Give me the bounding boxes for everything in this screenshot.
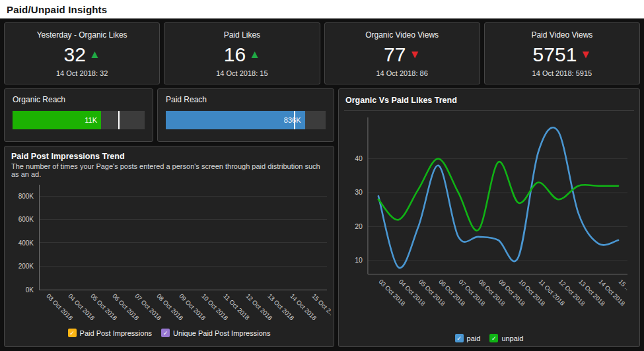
kpi-subtitle: 14 Oct 2018: 32 — [56, 69, 108, 77]
page-title: Paid/Unpaid Insights — [7, 4, 107, 15]
trend-down-icon: ▼ — [580, 49, 591, 60]
kpi-row: Yesterday - Organic Likes 32 ▲ 14 Oct 20… — [4, 22, 640, 84]
y-tick-label: 10 — [355, 257, 363, 264]
kpi-title: Paid Likes — [224, 30, 260, 40]
y-tick-label: 0K — [26, 286, 34, 294]
bar-plot-area — [39, 185, 327, 290]
line-chart-title: Organic Vs Paid Likes Trend — [345, 96, 633, 105]
legend-item-paid-post-impressions[interactable]: ✓ Paid Post Impressions — [68, 329, 152, 337]
gauge-value-label: 11K — [85, 116, 97, 124]
kpi-title: Organic Video Views — [365, 30, 439, 40]
organic-vs-paid-likes-panel: Organic Vs Paid Likes Trend 1020304003 O… — [338, 88, 640, 347]
line-chart-svg: 1020304003 Oct 201804 Oct 201805 Oct 201… — [344, 111, 634, 334]
line-chart: 1020304003 Oct 201804 Oct 201805 Oct 201… — [344, 111, 634, 334]
checkbox-checked-icon[interactable]: ✓ — [455, 334, 464, 342]
bar-legend: ✓ Paid Post Impressions ✓ Unique Paid Po… — [11, 329, 327, 337]
unpaid-line[interactable] — [378, 159, 618, 231]
page-header: Paid/Unpaid Insights — [0, 0, 644, 18]
trend-up-icon: ▲ — [249, 49, 260, 60]
gauge-track: 836K — [166, 111, 326, 129]
y-tick-label: 600K — [18, 216, 34, 223]
kpi-card-organic-likes: Yesterday - Organic Likes 32 ▲ 14 Oct 20… — [4, 22, 160, 84]
y-tick-label: 800K — [18, 193, 34, 200]
bar-chart-subtitle: The number of times your Page's posts en… — [11, 162, 327, 178]
gauge-target-tick — [118, 111, 120, 129]
y-tick-label: 20 — [355, 223, 363, 230]
organic-reach-panel: Organic Reach 11K — [4, 88, 153, 142]
gauge-value-label: 836K — [284, 116, 301, 124]
checkbox-checked-icon[interactable]: ✓ — [68, 329, 77, 337]
kpi-value: 5751 — [533, 45, 577, 65]
y-tick-label: 200K — [18, 263, 34, 270]
bar-x-axis-labels: 03 Oct 201804 Oct 201805 Oct 201806 Oct … — [39, 290, 327, 327]
gauge-title: Paid Reach — [166, 95, 326, 104]
kpi-value: 32 — [64, 45, 86, 65]
x-tick-label: 15 .. — [618, 278, 631, 292]
legend-item-unique-paid-post-impressions[interactable]: ✓ Unique Paid Post Impressions — [161, 329, 270, 337]
checkbox-checked-icon[interactable]: ✓ — [489, 334, 498, 342]
y-tick-label: 400K — [18, 239, 34, 247]
dashboard: Yesterday - Organic Likes 32 ▲ 14 Oct 20… — [0, 18, 644, 351]
bar-chart: 0K200K400K600K800K 03 Oct 201804 Oct 201… — [11, 185, 327, 327]
y-tick-label: 30 — [355, 189, 363, 196]
bar-groups — [40, 185, 327, 290]
kpi-value: 16 — [224, 45, 246, 65]
legend-item-paid[interactable]: ✓ paid — [455, 334, 481, 342]
legend-label: Unique Paid Post Impressions — [173, 329, 270, 337]
paid-post-impressions-panel: Paid Post Impressions Trend The number o… — [4, 146, 334, 347]
legend-label: paid — [467, 335, 481, 342]
kpi-card-paid-likes: Paid Likes 16 ▲ 14 Oct 2018: 15 — [164, 22, 320, 84]
trend-down-icon: ▼ — [409, 49, 420, 60]
kpi-subtitle: 14 Oct 2018: 15 — [216, 69, 268, 77]
bar-chart-title: Paid Post Impressions Trend — [11, 152, 327, 161]
gauge-fill: 836K — [166, 111, 305, 129]
gauge-track: 11K — [13, 111, 145, 129]
gauge-fill: 11K — [13, 111, 101, 129]
kpi-card-paid-video-views: Paid Video Views 5751 ▼ 14 Oct 2018: 591… — [484, 22, 640, 84]
legend-label: unpaid — [501, 335, 523, 342]
bar-y-axis-labels: 0K200K400K600K800K — [11, 185, 39, 290]
gauge-row: Organic Reach 11K Paid Reach 836K — [4, 88, 334, 142]
trend-up-icon: ▲ — [89, 49, 100, 60]
legend-item-unpaid[interactable]: ✓ unpaid — [489, 334, 523, 342]
paid-reach-panel: Paid Reach 836K — [157, 88, 334, 142]
kpi-card-organic-video-views: Organic Video Views 77 ▼ 14 Oct 2018: 86 — [324, 22, 480, 84]
y-tick-label: 40 — [355, 155, 363, 162]
kpi-value: 77 — [384, 45, 406, 65]
kpi-title: Paid Video Views — [531, 30, 592, 40]
gauge-title: Organic Reach — [13, 95, 145, 104]
kpi-title: Yesterday - Organic Likes — [37, 30, 127, 40]
kpi-subtitle: 14 Oct 2018: 86 — [376, 69, 427, 77]
checkbox-checked-icon[interactable]: ✓ — [161, 329, 170, 337]
legend-label: Paid Post Impressions — [80, 329, 152, 337]
line-legend: ✓ paid ✓ unpaid — [344, 334, 634, 342]
kpi-subtitle: 14 Oct 2018: 5915 — [532, 69, 592, 77]
